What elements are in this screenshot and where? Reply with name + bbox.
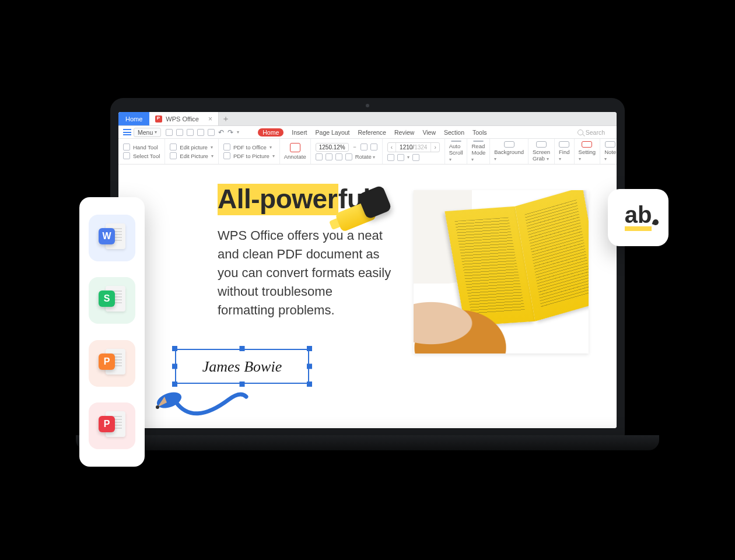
presentation-badge: P xyxy=(99,354,115,370)
resize-handle[interactable] xyxy=(172,346,177,351)
tab-document-label: WPS Office xyxy=(166,116,199,123)
signature-box[interactable]: James Bowie xyxy=(175,349,309,384)
background-button[interactable]: Background ▾ xyxy=(490,139,528,164)
tab-home[interactable]: Home xyxy=(118,112,149,125)
format-presentation[interactable]: P xyxy=(89,340,135,387)
search-box[interactable]: Search xyxy=(578,129,613,136)
ribbon-tab-insert[interactable]: Insert xyxy=(292,129,307,136)
screengrab-icon xyxy=(536,141,547,148)
zoom-value[interactable]: 1250.12% xyxy=(316,143,349,152)
new-icon[interactable] xyxy=(166,129,173,136)
redo-icon[interactable]: ↷ xyxy=(228,128,233,136)
pen-icon xyxy=(153,379,252,426)
menu-dropdown[interactable]: Menu▾ xyxy=(134,128,161,137)
find-icon xyxy=(559,141,569,148)
edit-picture-button-2[interactable]: Edit Picture▾ xyxy=(170,152,214,159)
page-current[interactable]: 1210 xyxy=(400,144,412,150)
cursor-icon xyxy=(123,152,130,159)
select-tool-button[interactable]: Select Tool xyxy=(123,152,160,159)
pdf-to-office-button[interactable]: PDF to Office▾ xyxy=(223,144,275,150)
open-icon[interactable] xyxy=(176,129,183,136)
annotate-button[interactable]: Annotate xyxy=(280,139,311,164)
undo-icon[interactable]: ↶ xyxy=(218,128,224,136)
resize-handle[interactable] xyxy=(240,346,245,351)
preview-icon[interactable] xyxy=(208,129,215,136)
layout-icon-2[interactable] xyxy=(397,154,404,161)
tab-document[interactable]: WPS Office × xyxy=(149,112,219,125)
setting-button[interactable]: Setting ▾ xyxy=(575,139,601,164)
page-prev-button[interactable]: ‹ xyxy=(388,143,396,152)
layout-icon-3[interactable] xyxy=(412,154,419,161)
laptop-base xyxy=(76,435,659,450)
pdf-app-icon xyxy=(155,116,162,123)
edit-picture-button[interactable]: Edit picture▾ xyxy=(170,144,214,150)
image-icon xyxy=(223,152,230,159)
fit-icon[interactable] xyxy=(360,144,368,150)
resize-handle[interactable] xyxy=(307,382,312,387)
spreadsheet-badge: S xyxy=(99,290,115,307)
menu-bar: Menu▾ ↶ ↷ ▾ Home Insert Page Layout Ref xyxy=(118,126,617,139)
edit-icon xyxy=(170,152,177,159)
svg-point-2 xyxy=(156,405,159,409)
readmode-icon xyxy=(473,141,484,142)
fit-width-icon[interactable] xyxy=(370,144,377,150)
auto-scroll-button[interactable]: Auto Scroll ▾ xyxy=(445,139,468,164)
format-spreadsheet[interactable]: S xyxy=(89,277,135,324)
format-pdf[interactable]: P xyxy=(89,402,135,449)
resize-handle[interactable] xyxy=(172,364,177,369)
edit-icon xyxy=(170,144,177,150)
zoom-tool-icon-2[interactable] xyxy=(326,153,332,160)
chevron-down-icon: ▾ xyxy=(155,130,157,135)
find-button[interactable]: Find ▾ xyxy=(555,139,574,164)
writer-badge: W xyxy=(99,228,115,244)
ribbon-tab-view[interactable]: View xyxy=(422,129,436,136)
close-tab-icon[interactable]: × xyxy=(208,115,212,123)
autoscroll-icon xyxy=(451,141,461,142)
zoom-group: 1250.12% － xyxy=(316,143,377,152)
save-icon[interactable] xyxy=(187,129,194,136)
read-mode-button[interactable]: Read Mode ▾ xyxy=(467,139,490,164)
ribbon-tab-home[interactable]: Home xyxy=(258,128,284,136)
ribbon-tab-section[interactable]: Section xyxy=(444,129,464,136)
photo xyxy=(414,190,589,354)
page-nav: ‹ 1210/1324 › xyxy=(387,142,440,152)
resize-handle[interactable] xyxy=(307,346,312,351)
pdf-badge: P xyxy=(99,416,115,432)
print-icon[interactable] xyxy=(197,129,204,136)
formats-card: W S P P xyxy=(79,197,145,467)
hand-tool-button[interactable]: Hand Tool xyxy=(123,144,160,150)
quick-access-toolbar: ↶ ↷ ▾ xyxy=(166,128,239,136)
hamburger-icon[interactable] xyxy=(122,128,132,136)
ribbon-tab-review[interactable]: Review xyxy=(394,129,414,136)
page-next-button[interactable]: › xyxy=(430,143,439,152)
convert-icon xyxy=(223,144,230,150)
layout-icon-1[interactable] xyxy=(387,154,394,161)
screen-grab-button[interactable]: Screen Grab ▾ xyxy=(528,139,555,164)
note-button[interactable]: Note ▾ xyxy=(600,139,617,164)
format-writer[interactable]: W xyxy=(89,215,135,261)
search-icon xyxy=(578,130,583,135)
zoom-out-icon[interactable]: － xyxy=(352,144,358,151)
zoom-tools-row: Rotate ▾ xyxy=(316,153,377,160)
title-tabstrip: Home WPS Office × ＋ xyxy=(118,112,617,126)
ribbon-tabs: Home Insert Page Layout Reference Review… xyxy=(258,128,487,136)
pdf-to-picture-button[interactable]: PDF to Picture▾ xyxy=(223,152,275,159)
rotate-button[interactable]: Rotate ▾ xyxy=(355,153,376,160)
ribbon-tab-pagelayout[interactable]: Page Layout xyxy=(316,129,350,136)
resize-handle[interactable] xyxy=(307,364,312,369)
ribbon-tab-reference[interactable]: Reference xyxy=(358,129,386,136)
zoom-tool-icon[interactable] xyxy=(316,153,323,160)
add-tab-button[interactable]: ＋ xyxy=(219,112,233,125)
qat-more-icon[interactable]: ▾ xyxy=(237,130,239,135)
note-icon xyxy=(605,141,615,148)
ribbon-tab-tools[interactable]: Tools xyxy=(473,129,487,136)
annotate-icon xyxy=(290,143,300,152)
page-total: 1324 xyxy=(414,144,427,150)
zoom-tool-icon-4[interactable] xyxy=(345,153,352,160)
background-icon xyxy=(504,141,514,148)
ribbon-toolbar: Hand Tool Select Tool Edit picture▾ Edit… xyxy=(118,139,617,164)
zoom-tool-icon-3[interactable] xyxy=(335,153,342,160)
setting-icon xyxy=(582,141,592,148)
ab-highlight-icon: ab xyxy=(625,204,652,231)
text-highlight-card: ab xyxy=(608,189,668,246)
